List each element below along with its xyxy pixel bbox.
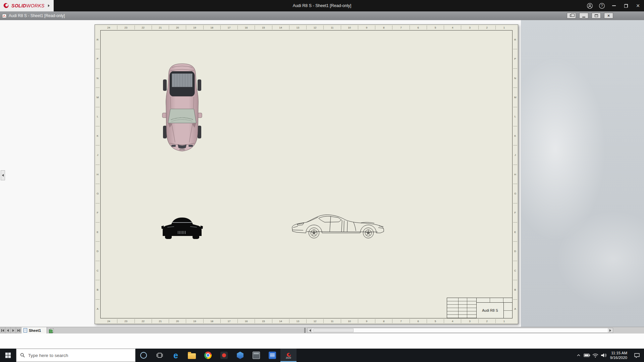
zone-label: 19 bbox=[186, 25, 203, 29]
doc-restore-button[interactable] bbox=[592, 13, 601, 18]
battery-button[interactable] bbox=[583, 349, 591, 362]
hexagon-app-button[interactable] bbox=[232, 349, 248, 362]
doc-minimize-button[interactable] bbox=[579, 13, 588, 18]
doc-restore-icon bbox=[595, 14, 598, 17]
zone-label: 24 bbox=[100, 319, 117, 323]
zone-label: J bbox=[96, 145, 100, 164]
zone-ruler-bottom: 242322212019181716151413121110987654321 bbox=[100, 319, 513, 323]
title-block-header-row bbox=[477, 298, 512, 303]
blue-app-icon bbox=[269, 352, 276, 359]
drawing-view-front[interactable] bbox=[161, 213, 203, 240]
account-button[interactable] bbox=[584, 0, 596, 11]
zone-label: P bbox=[96, 49, 100, 68]
task-view-icon bbox=[156, 352, 163, 359]
first-sheet-button[interactable] bbox=[0, 327, 5, 334]
horizontal-scrollbar[interactable] bbox=[307, 328, 613, 333]
scroll-left-button[interactable] bbox=[308, 328, 313, 333]
chrome-icon bbox=[204, 352, 212, 359]
solidworks-menu-button[interactable]: SOLIDWORKS bbox=[0, 0, 54, 11]
cortana-button[interactable] bbox=[136, 349, 152, 362]
zone-label: 10 bbox=[341, 319, 358, 323]
taskbar-search[interactable] bbox=[16, 349, 136, 362]
network-button[interactable] bbox=[591, 349, 600, 362]
solidworks-2020-button[interactable]: 2020 bbox=[280, 349, 297, 362]
cortana-icon bbox=[140, 352, 147, 359]
zone-label: E bbox=[513, 222, 517, 241]
task-view-button[interactable] bbox=[152, 349, 168, 362]
doc-title: Audi R8 S - Sheet1 [Read-only] bbox=[9, 13, 65, 18]
zone-label: F bbox=[96, 203, 100, 222]
close-icon: × bbox=[636, 3, 640, 9]
chrome-button[interactable] bbox=[200, 349, 216, 362]
zone-label: P bbox=[513, 49, 517, 68]
status-strip bbox=[0, 334, 644, 349]
clock[interactable]: 11:15 AM 9/16/2020 bbox=[608, 351, 630, 360]
clock-time: 11:15 AM bbox=[611, 351, 627, 355]
zone-label: 6 bbox=[410, 319, 427, 323]
edge-button[interactable]: e bbox=[168, 349, 184, 362]
menu-expand-arrow-icon[interactable] bbox=[48, 4, 50, 7]
doc-close-button[interactable]: × bbox=[604, 13, 613, 18]
zone-label: 7 bbox=[392, 25, 409, 29]
tab-sheet1[interactable]: Sheet1 bbox=[21, 327, 47, 334]
help-button[interactable]: ? bbox=[596, 0, 608, 11]
title-block-scale-cell bbox=[503, 303, 512, 318]
drawing-doc-icon bbox=[2, 14, 7, 18]
sheet-tab-bar: Sheet1 bbox=[0, 327, 644, 334]
doc-minimize-icon bbox=[582, 17, 585, 17]
zone-label: G bbox=[96, 184, 100, 203]
title-block-table bbox=[447, 298, 477, 318]
next-sheet-button[interactable] bbox=[11, 327, 16, 334]
doc-close-icon: × bbox=[607, 14, 610, 18]
action-center-button[interactable] bbox=[630, 349, 644, 362]
start-button[interactable] bbox=[0, 349, 16, 362]
drawing-view-side[interactable] bbox=[291, 211, 385, 240]
window-title: Audi R8 S - Sheet1 [Read-only] bbox=[293, 0, 351, 11]
file-explorer-button[interactable] bbox=[184, 349, 200, 362]
help-icon: ? bbox=[599, 3, 605, 9]
file-explorer-icon bbox=[188, 353, 196, 359]
media-app-icon bbox=[220, 352, 228, 359]
zone-label: H bbox=[513, 165, 517, 184]
zone-label: 19 bbox=[186, 319, 203, 323]
blue-app-button[interactable] bbox=[264, 349, 280, 362]
close-button[interactable]: × bbox=[632, 0, 644, 11]
tray-overflow-button[interactable] bbox=[575, 349, 583, 362]
drawing-view-top[interactable] bbox=[162, 62, 203, 154]
previous-sheet-button[interactable] bbox=[5, 327, 11, 334]
zone-label: 15 bbox=[255, 25, 272, 29]
restore-icon bbox=[624, 4, 628, 8]
pane-splitter-handle[interactable] bbox=[304, 328, 306, 333]
edge-icon: e bbox=[173, 351, 178, 360]
zone-label: 23 bbox=[117, 319, 134, 323]
zone-label: 21 bbox=[152, 25, 169, 29]
scroll-right-button[interactable] bbox=[608, 328, 613, 333]
search-input[interactable] bbox=[28, 353, 131, 358]
minimize-button[interactable] bbox=[608, 0, 620, 11]
last-sheet-button[interactable] bbox=[16, 327, 21, 334]
system-tray: 11:15 AM 9/16/2020 bbox=[575, 349, 644, 362]
zone-label: 20 bbox=[169, 25, 186, 29]
volume-button[interactable] bbox=[600, 349, 608, 362]
zone-label: M bbox=[96, 87, 100, 107]
sheet-tab-label: Sheet1 bbox=[29, 328, 41, 333]
doc-cascade-button[interactable] bbox=[567, 13, 576, 18]
zone-label: 21 bbox=[152, 319, 169, 323]
preview-app-button[interactable] bbox=[248, 349, 264, 362]
zone-label: N bbox=[513, 68, 517, 87]
media-app-button[interactable] bbox=[216, 349, 232, 362]
zone-ruler-right: RPNMLKJHGFEDCBA bbox=[513, 30, 517, 318]
add-sheet-icon bbox=[50, 328, 54, 333]
add-sheet-button[interactable] bbox=[47, 327, 56, 334]
zone-label: G bbox=[513, 184, 517, 203]
taskbar: e 2020 bbox=[0, 349, 644, 362]
restore-button[interactable] bbox=[620, 0, 632, 11]
featuremanager-flyout-tab[interactable] bbox=[1, 170, 5, 180]
battery-icon bbox=[584, 352, 590, 359]
scrollbar-thumb[interactable] bbox=[313, 328, 354, 332]
zone-label: 6 bbox=[410, 25, 427, 29]
zone-label: A bbox=[96, 299, 100, 318]
zone-label: 18 bbox=[203, 25, 220, 29]
person-icon bbox=[587, 3, 593, 9]
zone-label: 4 bbox=[444, 25, 461, 29]
